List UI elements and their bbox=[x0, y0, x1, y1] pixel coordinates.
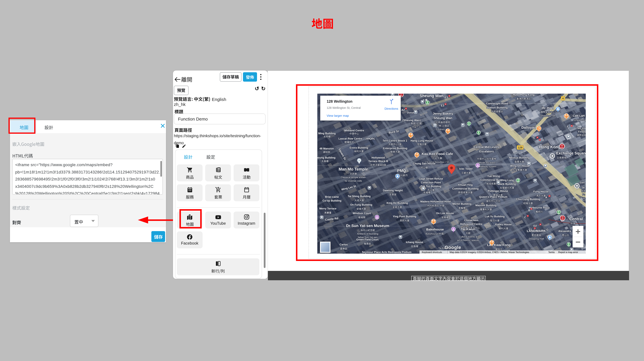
svg-text:Classical temple known: Classical temple known bbox=[341, 176, 366, 179]
svg-text:Chiu Lung Building: Chiu Lung Building bbox=[516, 198, 540, 201]
svg-text:Yue Shing: Yue Shing bbox=[487, 175, 500, 178]
svg-text:Kailey House: Kailey House bbox=[495, 223, 512, 226]
svg-text:E3: E3 bbox=[441, 104, 444, 107]
svg-text:Station Building: Station Building bbox=[486, 106, 508, 109]
svg-text:Hollywood: Hollywood bbox=[372, 156, 385, 159]
svg-text:Midland Centre: Midland Centre bbox=[344, 129, 364, 132]
svg-text:Mainslit Building: Mainslit Building bbox=[476, 204, 496, 207]
svg-text:Wing On House: Wing On House bbox=[510, 164, 530, 167]
svg-text:Icbc Tower: Icbc Tower bbox=[459, 167, 473, 170]
svg-text:Sheung Wan: Sheung Wan bbox=[420, 94, 444, 98]
svg-text:Wing Lung: Wing Lung bbox=[500, 179, 514, 182]
svg-text:4: 4 bbox=[562, 97, 564, 100]
svg-text:King Ho Building: King Ho Building bbox=[386, 202, 408, 205]
svg-text:A2: A2 bbox=[401, 108, 405, 111]
svg-text:Financ: Financ bbox=[578, 130, 586, 133]
svg-text:Dalloyau: Dalloyau bbox=[521, 125, 536, 129]
svg-text:Kau Kee Food Cafe: Kau Kee Food Cafe bbox=[422, 152, 453, 156]
svg-text:(Sheung Wan): (Sheung Wan) bbox=[402, 119, 421, 122]
svg-text:Collection Point: Collection Point bbox=[421, 181, 441, 184]
svg-text:Fu: Fu bbox=[582, 193, 585, 196]
svg-text:Dawning Height: Dawning Height bbox=[383, 189, 403, 192]
svg-text:Cultural events &: Cultural events & bbox=[459, 235, 477, 238]
svg-text:ifc mall: ifc mall bbox=[542, 106, 554, 110]
svg-text:CaN LaH: CaN LaH bbox=[573, 114, 585, 117]
svg-text:for incense coils: for incense coils bbox=[345, 179, 362, 182]
svg-text:Alexandra: Alexandra bbox=[558, 230, 571, 233]
svg-text:Lascar Row Centre: Lascar Row Centre bbox=[338, 137, 362, 140]
svg-text:Singaporea: Singaporea bbox=[574, 119, 586, 121]
svg-text:Commercial Building: Commercial Building bbox=[452, 187, 478, 190]
svg-text:Hang Lung House: Hang Lung House bbox=[410, 139, 433, 142]
svg-text:Enterprise Building: Enterprise Building bbox=[383, 147, 407, 150]
svg-text:Shopping mall: Shopping mall bbox=[540, 114, 555, 117]
svg-text:D: D bbox=[542, 138, 544, 142]
svg-text:Terrace Block B: Terrace Block B bbox=[368, 160, 388, 163]
svg-text:On Fung Building: On Fung Building bbox=[350, 203, 372, 206]
svg-text:Man Mo Temple: Man Mo Temple bbox=[339, 167, 368, 171]
svg-text:Castle Rd: Castle Rd bbox=[325, 217, 338, 221]
svg-text:Fung House: Fung House bbox=[533, 190, 548, 193]
svg-text:Gen: Gen bbox=[580, 181, 584, 184]
svg-text:Khuan Ying: Khuan Ying bbox=[458, 183, 473, 186]
svg-text:Dr Sun Yat-sen Museum: Dr Sun Yat-sen Museum bbox=[346, 224, 389, 228]
svg-text:Briar-caine: Briar-caine bbox=[325, 195, 339, 198]
svg-text:Tern Centre Block 1: Tern Centre Block 1 bbox=[382, 139, 407, 142]
svg-text:Windsor Court: Windsor Court bbox=[353, 212, 371, 215]
svg-text:A: A bbox=[545, 196, 547, 199]
svg-text:Carlos: Carlos bbox=[340, 243, 348, 246]
svg-text:Queen's Place Podium: Queen's Place Podium bbox=[479, 195, 507, 198]
svg-text:Gage Street Refuse: Gage Street Refuse bbox=[419, 177, 443, 180]
svg-text:Hollywood Centre: Hollywood Centre bbox=[460, 223, 482, 226]
svg-text:Ja: Ja bbox=[582, 186, 585, 189]
svg-text:B: B bbox=[528, 209, 530, 212]
svg-text:art in historic spaces: art in historic spaces bbox=[457, 239, 479, 242]
svg-text:Ovest: Ovest bbox=[407, 111, 414, 114]
svg-text:Co-op Building: Co-op Building bbox=[322, 199, 342, 202]
svg-text:128: 128 bbox=[518, 146, 522, 149]
svg-text:Bank Building: Bank Building bbox=[498, 183, 516, 185]
svg-text:Seymour Place Acts Rednaxela: Seymour Place Acts Rednaxela Podium bbox=[362, 251, 412, 254]
svg-text:G: G bbox=[546, 228, 548, 231]
svg-text:Tai Shing Building: Tai Shing Building bbox=[348, 195, 371, 198]
svg-text:Central: Central bbox=[569, 217, 583, 221]
svg-text:Shopping mall: Shopping mall bbox=[529, 237, 544, 240]
svg-text:Green Field Court: Green Field Court bbox=[356, 238, 378, 241]
svg-text:D2: D2 bbox=[533, 224, 537, 227]
svg-text:Jenny Bakery: Jenny Bakery bbox=[433, 112, 453, 115]
svg-text:Pottinger House: Pottinger House bbox=[488, 190, 508, 193]
svg-text:C: C bbox=[524, 216, 526, 219]
svg-text:PMQ: PMQ bbox=[397, 168, 406, 173]
svg-text:Two Inte: Two Inte bbox=[576, 127, 586, 130]
svg-text:Evora Building: Evora Building bbox=[350, 146, 368, 149]
svg-text:Chinachem: Chinachem bbox=[464, 219, 478, 222]
svg-text:Luk Yu Building: Luk Yu Building bbox=[485, 215, 505, 218]
svg-text:Ying Pont Building: Ying Pont Building bbox=[393, 215, 416, 218]
svg-text:wit: wit bbox=[582, 197, 585, 199]
svg-text:E5: E5 bbox=[445, 96, 448, 99]
svg-text:E: E bbox=[533, 136, 535, 139]
svg-text:Exchange Square: Exchange Square bbox=[556, 151, 586, 155]
svg-text:❄: ❄ bbox=[358, 159, 360, 162]
svg-text:Tai Kwun: Tai Kwun bbox=[461, 227, 476, 231]
svg-text:Sheung Wan: Sheung Wan bbox=[434, 116, 452, 120]
svg-text:LANDMARK: LANDMARK bbox=[527, 229, 546, 233]
svg-text:Hong Kong: Hong Kong bbox=[539, 145, 560, 149]
svg-text:Burd St: Burd St bbox=[388, 129, 399, 134]
svg-text:299QRC: 299QRC bbox=[366, 137, 375, 140]
svg-text:Hotel Hong Kong: Hotel Hong Kong bbox=[513, 94, 534, 96]
svg-text:Ming Building: Ming Building bbox=[318, 132, 336, 135]
svg-text:On Lok House: On Lok House bbox=[436, 212, 454, 215]
svg-text:Connaught Road: Connaught Road bbox=[486, 102, 508, 105]
svg-text:Chung San House: Chung San House bbox=[413, 162, 436, 165]
svg-text:Ichang House: Ichang House bbox=[406, 241, 423, 244]
svg-text:Cheung Building: Cheung Building bbox=[317, 156, 336, 159]
svg-text:Artifacts of founding: Artifacts of founding bbox=[357, 232, 378, 235]
svg-text:Escalators: Escalators bbox=[479, 150, 494, 153]
svg-text:Wing Lee St: Wing Lee St bbox=[341, 185, 356, 191]
svg-text:Merry Terrace: Merry Terrace bbox=[319, 207, 336, 210]
svg-text:Madera Hollywood Hotel: Madera Hollywood Hotel bbox=[420, 200, 451, 203]
svg-text:Nexxus Building: Nexxus Building bbox=[509, 156, 530, 159]
svg-text:Hillside escalator: Hillside escalator bbox=[478, 161, 496, 164]
svg-text:Square St: Square St bbox=[338, 148, 347, 160]
